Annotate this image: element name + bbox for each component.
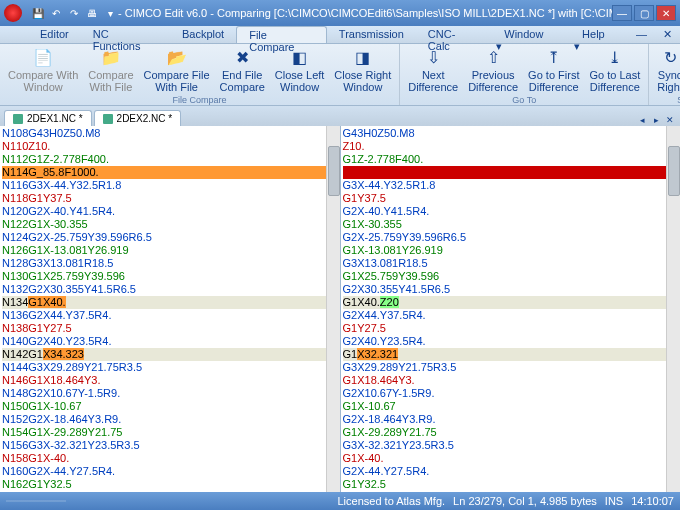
tab-nc-functions[interactable]: NC Functions <box>81 26 170 43</box>
tab-editor[interactable]: Editor <box>28 26 81 43</box>
code-line[interactable]: N112G1Z-2.778F400. <box>2 153 338 166</box>
close-left-window[interactable]: ◧Close Left Window <box>271 46 329 95</box>
code-line[interactable]: G2X-25.759Y39.596R6.5 <box>343 231 679 244</box>
help-menu[interactable]: Help ▾ <box>566 26 628 43</box>
code-line[interactable]: G1X-29.289Y21.75 <box>343 426 679 439</box>
code-line[interactable]: G1X-30.355 <box>343 218 679 231</box>
previous-difference-icon: ⇧ <box>481 48 505 68</box>
code-line[interactable]: N140G2X40.Y23.5R4. <box>2 335 338 348</box>
previous-difference[interactable]: ⇧Previous Difference <box>464 46 522 95</box>
end-file-compare[interactable]: ✖End File Compare <box>216 46 269 95</box>
code-line[interactable]: G2X-44.Y27.5R4. <box>343 465 679 478</box>
code-line[interactable]: G43H0Z50.M8 <box>343 127 679 140</box>
code-line[interactable]: N120G2X-40.Y41.5R4. <box>2 205 338 218</box>
tab-close-icon[interactable]: ✕ <box>664 114 676 126</box>
tab-file-compare[interactable]: File Compare <box>236 26 327 43</box>
status-licensed: Licensed to Atlas Mfg. <box>337 495 445 507</box>
code-line[interactable]: G3X-44.Y32.5R1.8 <box>343 179 679 192</box>
maximize-button[interactable]: ▢ <box>634 5 654 21</box>
code-line[interactable]: N128G3X13.081R18.5 <box>2 257 338 270</box>
right-editor[interactable]: G43H0Z50.M8Z10.G1Z-2.778F400. G3X-44.Y32… <box>341 126 681 492</box>
file-tab-1[interactable]: 2DEX2.NC * <box>94 110 182 126</box>
code-line[interactable]: G2X-18.464Y3.R9. <box>343 413 679 426</box>
tab-backplot[interactable]: Backplot <box>170 26 236 43</box>
file-tab-0[interactable]: 2DEX1.NC * <box>4 110 92 126</box>
code-line[interactable]: N114G_85.8F1000. <box>2 166 338 179</box>
code-line[interactable]: G1Y27.5 <box>343 322 679 335</box>
code-line[interactable]: N156G3X-32.321Y23.5R3.5 <box>2 439 338 452</box>
menu-minimize-icon[interactable]: — <box>628 26 655 43</box>
code-line[interactable] <box>343 166 679 179</box>
menu-close-icon[interactable]: ✕ <box>655 26 680 43</box>
code-line[interactable]: G3X-32.321Y23.5R3.5 <box>343 439 679 452</box>
tab-transmission[interactable]: Transmission <box>327 26 416 43</box>
qat-save-icon[interactable]: 💾 <box>30 5 46 21</box>
code-line[interactable]: G3X13.081R18.5 <box>343 257 679 270</box>
code-line[interactable]: G2X-40.Y41.5R4. <box>343 205 679 218</box>
qat-print-icon[interactable]: 🖶 <box>84 5 100 21</box>
code-line[interactable]: G2X10.67Y-1.5R9. <box>343 387 679 400</box>
code-line[interactable]: G1X18.464Y3. <box>343 374 679 387</box>
code-line[interactable]: N134G1X40. <box>2 296 338 309</box>
code-line[interactable]: N110Z10. <box>2 140 338 153</box>
code-line[interactable]: N150G1X-10.67 <box>2 400 338 413</box>
menu-tabs: EditorNC FunctionsBackplotFile CompareTr… <box>0 26 680 44</box>
code-line[interactable]: N146G1X18.464Y3. <box>2 374 338 387</box>
status-block <box>6 500 66 502</box>
code-line[interactable]: N118G1Y37.5 <box>2 192 338 205</box>
window-menu[interactable]: Window ▾ <box>488 26 566 43</box>
compare-file-with-file[interactable]: 📂Compare File With File <box>140 46 214 95</box>
code-line[interactable]: N122G1X-30.355 <box>2 218 338 231</box>
qat-undo-icon[interactable]: ↶ <box>48 5 64 21</box>
left-editor[interactable]: N108G43H0Z50.M8N110Z10.N112G1Z-2.778F400… <box>0 126 341 492</box>
sync-right[interactable]: ↻Sync Right <box>653 46 680 95</box>
code-line[interactable]: N124G2X-25.759Y39.596R6.5 <box>2 231 338 244</box>
code-line[interactable]: N162G1Y32.5 <box>2 478 338 491</box>
code-line[interactable]: G1Y37.5 <box>343 192 679 205</box>
code-line[interactable]: N160G2X-44.Y27.5R4. <box>2 465 338 478</box>
right-scrollbar[interactable] <box>666 126 680 492</box>
code-line[interactable]: G1X-10.67 <box>343 400 679 413</box>
tab-cnc-calc[interactable]: CNC-Calc <box>416 26 488 43</box>
code-line[interactable]: N132G2X30.355Y41.5R6.5 <box>2 283 338 296</box>
code-line[interactable]: N108G43H0Z50.M8 <box>2 127 338 140</box>
tab-nav-next-icon[interactable]: ▸ <box>650 114 662 126</box>
app-logo-icon <box>4 4 22 22</box>
code-line[interactable]: G1X40.Z20 <box>343 296 679 309</box>
qat-redo-icon[interactable]: ↷ <box>66 5 82 21</box>
code-line[interactable]: G1X32.321 <box>343 348 679 361</box>
qat-dropdown-icon[interactable]: ▾ <box>102 5 118 21</box>
tab-nav-prev-icon[interactable]: ◂ <box>636 114 648 126</box>
code-line[interactable]: N142G1X34.323 <box>2 348 338 361</box>
goto-first-difference[interactable]: ⤒Go to First Difference <box>524 46 583 95</box>
left-scrollbar[interactable] <box>326 126 340 492</box>
code-line[interactable]: G2X40.Y23.5R4. <box>343 335 679 348</box>
code-line[interactable]: N136G2X44.Y37.5R4. <box>2 309 338 322</box>
code-line[interactable]: G3X29.289Y21.75R3.5 <box>343 361 679 374</box>
code-line[interactable]: N154G1X-29.289Y21.75 <box>2 426 338 439</box>
code-line[interactable]: N144G3X29.289Y21.75R3.5 <box>2 361 338 374</box>
goto-last-difference[interactable]: ⤓Go to Last Difference <box>585 46 644 95</box>
code-line[interactable]: G1Y32.5 <box>343 478 679 491</box>
file-icon <box>103 114 113 124</box>
code-line[interactable]: G1X-40. <box>343 452 679 465</box>
code-line[interactable]: G2X30.355Y41.5R6.5 <box>343 283 679 296</box>
status-ins: INS <box>605 495 623 507</box>
close-right-window[interactable]: ◨Close Right Window <box>330 46 395 95</box>
code-line[interactable]: G1X-13.081Y26.919 <box>343 244 679 257</box>
code-line[interactable]: N152G2X-18.464Y3.R9. <box>2 413 338 426</box>
code-line[interactable]: Z10. <box>343 140 679 153</box>
code-line[interactable]: G2X44.Y37.5R4. <box>343 309 679 322</box>
code-line[interactable]: G1X25.759Y39.596 <box>343 270 679 283</box>
code-line[interactable]: N158G1X-40. <box>2 452 338 465</box>
code-line[interactable]: N116G3X-44.Y32.5R1.8 <box>2 179 338 192</box>
code-line[interactable]: G1Z-2.778F400. <box>343 153 679 166</box>
code-line[interactable]: N126G1X-13.081Y26.919 <box>2 244 338 257</box>
minimize-button[interactable]: — <box>612 5 632 21</box>
code-line[interactable]: N138G1Y27.5 <box>2 322 338 335</box>
code-line[interactable]: N148G2X10.67Y-1.5R9. <box>2 387 338 400</box>
next-difference[interactable]: ⇩Next Difference <box>404 46 462 95</box>
close-button[interactable]: ✕ <box>656 5 676 21</box>
ribbon-group-sync: ↻Sync Right↺Sync LeftSync <box>649 44 680 105</box>
code-line[interactable]: N130G1X25.759Y39.596 <box>2 270 338 283</box>
